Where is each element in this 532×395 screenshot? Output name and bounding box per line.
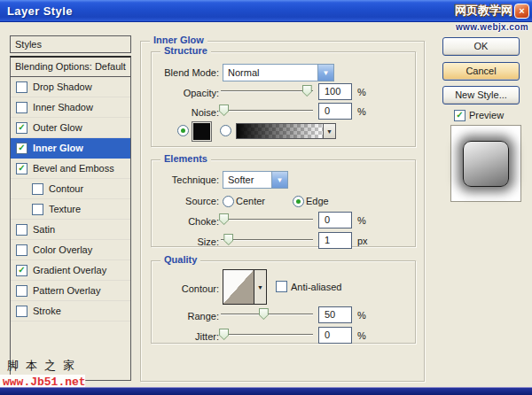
source-edge-radio[interactable] xyxy=(293,196,304,207)
range-input[interactable]: 50 xyxy=(318,306,352,323)
style-item-checkbox[interactable]: ✓ xyxy=(16,81,27,93)
contour-thumbnail[interactable] xyxy=(223,270,254,304)
style-item-satin[interactable]: ✓Satin xyxy=(11,220,130,240)
glow-color-radio[interactable] xyxy=(177,125,189,136)
style-item-checkbox[interactable]: ✓ xyxy=(16,163,27,174)
source-center-label: Center xyxy=(236,196,265,206)
size-slider-track[interactable] xyxy=(221,239,313,241)
watermark-bottom-name: 脚本之家 xyxy=(7,358,82,374)
style-item-label: Pattern Overlay xyxy=(33,285,100,296)
choke-slider[interactable] xyxy=(221,213,313,225)
style-item-checkbox[interactable]: ✓ xyxy=(16,143,27,154)
size-label: Size: xyxy=(148,236,219,247)
checkmark-icon: ✓ xyxy=(18,266,25,275)
noise-input[interactable]: 0 xyxy=(318,103,352,120)
source-edge-label: Edge xyxy=(306,196,329,206)
jitter-input[interactable]: 0 xyxy=(318,327,352,344)
style-item-checkbox[interactable]: ✓ xyxy=(16,224,27,236)
style-item-inner-glow[interactable]: ✓Inner Glow xyxy=(11,138,130,159)
opacity-slider-track[interactable] xyxy=(221,90,313,92)
style-item-bevel-and-emboss[interactable]: ✓Bevel and Emboss xyxy=(11,159,130,179)
contour-label: Contour: xyxy=(148,283,219,294)
jitter-slider-thumb[interactable] xyxy=(219,329,229,340)
range-label: Range: xyxy=(148,311,219,321)
chevron-down-icon[interactable]: ▼ xyxy=(317,65,333,81)
watermark-site-url: www.webjx.com xyxy=(456,22,528,32)
structure-group-label: Structure xyxy=(160,45,211,56)
choke-input[interactable]: 0 xyxy=(318,212,352,228)
style-item-label: Inner Shadow xyxy=(33,102,93,112)
contour-dropdown-icon[interactable]: ▼ xyxy=(254,270,266,304)
glow-gradient-picker[interactable]: ▼ xyxy=(236,123,336,139)
close-icon[interactable]: × xyxy=(514,4,529,19)
range-slider[interactable] xyxy=(221,308,313,320)
gradient-preview[interactable] xyxy=(237,124,323,138)
antialiased-label: Anti-aliased xyxy=(291,282,341,292)
style-item-checkbox[interactable]: ✓ xyxy=(16,285,27,297)
size-slider-thumb[interactable] xyxy=(223,234,233,245)
checkmark-icon: ✓ xyxy=(456,111,463,120)
style-item-outer-glow[interactable]: ✓Outer Glow xyxy=(11,118,130,138)
choke-slider-track[interactable] xyxy=(221,219,313,221)
noise-slider-track[interactable] xyxy=(221,110,313,112)
style-item-gradient-overlay[interactable]: ✓Gradient Overlay xyxy=(11,260,130,281)
choke-slider-thumb[interactable] xyxy=(219,213,229,225)
style-item-color-overlay[interactable]: ✓Color Overlay xyxy=(11,240,130,260)
style-item-inner-shadow[interactable]: ✓Inner Shadow xyxy=(11,97,130,118)
opacity-unit: % xyxy=(357,87,366,97)
noise-label: Noise: xyxy=(148,107,219,118)
elements-group-label: Elements xyxy=(160,153,211,164)
style-item-checkbox[interactable]: ✓ xyxy=(16,306,27,317)
jitter-slider[interactable] xyxy=(221,329,313,340)
style-item-checkbox[interactable]: ✓ xyxy=(16,244,27,256)
noise-slider-thumb[interactable] xyxy=(219,105,229,116)
ok-button[interactable]: OK xyxy=(442,37,520,56)
blend-mode-select[interactable]: Normal ▼ xyxy=(223,64,334,81)
style-item-label: Bevel and Emboss xyxy=(33,163,114,174)
glow-color-swatch[interactable] xyxy=(192,122,211,141)
source-label: Source: xyxy=(148,196,219,206)
range-slider-thumb[interactable] xyxy=(259,308,269,320)
opacity-slider-thumb[interactable] xyxy=(302,85,312,97)
glow-gradient-radio[interactable] xyxy=(220,125,231,136)
preview-checkbox[interactable]: ✓ xyxy=(454,110,466,121)
blending-options-row[interactable]: Blending Options: Default xyxy=(11,58,130,77)
style-item-pattern-overlay[interactable]: ✓Pattern Overlay xyxy=(11,281,130,301)
chevron-down-icon[interactable]: ▼ xyxy=(271,172,287,188)
style-item-checkbox[interactable]: ✓ xyxy=(16,102,27,113)
style-item-label: Color Overlay xyxy=(33,244,92,255)
technique-select[interactable]: Softer ▼ xyxy=(223,171,288,189)
size-slider[interactable] xyxy=(221,234,313,245)
style-item-checkbox[interactable]: ✓ xyxy=(16,265,27,276)
new-style-button[interactable]: New Style... xyxy=(442,86,520,105)
blend-mode-label: Blend Mode: xyxy=(148,67,219,78)
noise-slider[interactable] xyxy=(221,105,313,116)
checkmark-icon: ✓ xyxy=(18,143,25,152)
blend-mode-value: Normal xyxy=(223,67,317,78)
size-input[interactable]: 1 xyxy=(318,232,352,249)
style-preview-chip xyxy=(463,141,509,187)
style-item-checkbox[interactable]: ✓ xyxy=(32,183,43,195)
jitter-label: Jitter: xyxy=(148,331,219,342)
source-center-radio[interactable] xyxy=(223,196,234,207)
choke-label: Choke: xyxy=(148,216,219,227)
cancel-button[interactable]: Cancel xyxy=(442,62,520,81)
style-item-drop-shadow[interactable]: ✓Drop Shadow xyxy=(11,77,130,97)
style-item-texture[interactable]: ✓Texture xyxy=(11,199,130,220)
opacity-slider[interactable] xyxy=(221,85,313,97)
contour-picker[interactable]: ▼ xyxy=(223,269,267,305)
style-item-checkbox[interactable]: ✓ xyxy=(16,122,27,134)
style-item-stroke[interactable]: ✓Stroke xyxy=(11,301,130,321)
title-bar[interactable]: Layer Style 网页教学网 × xyxy=(0,0,532,22)
style-preview xyxy=(450,125,521,202)
technique-value: Softer xyxy=(223,174,271,185)
styles-list-items: ✓Drop Shadow✓Inner Shadow✓Outer Glow✓Inn… xyxy=(11,77,130,321)
opacity-input[interactable]: 100 xyxy=(318,83,352,100)
jitter-slider-track[interactable] xyxy=(221,334,313,336)
gradient-dropdown-icon[interactable]: ▼ xyxy=(323,124,335,138)
style-item-label: Outer Glow xyxy=(33,122,82,133)
range-unit: % xyxy=(357,310,366,321)
style-item-contour[interactable]: ✓Contour xyxy=(11,179,130,199)
antialiased-checkbox[interactable]: ✓ xyxy=(276,281,287,292)
style-item-checkbox[interactable]: ✓ xyxy=(32,204,43,215)
